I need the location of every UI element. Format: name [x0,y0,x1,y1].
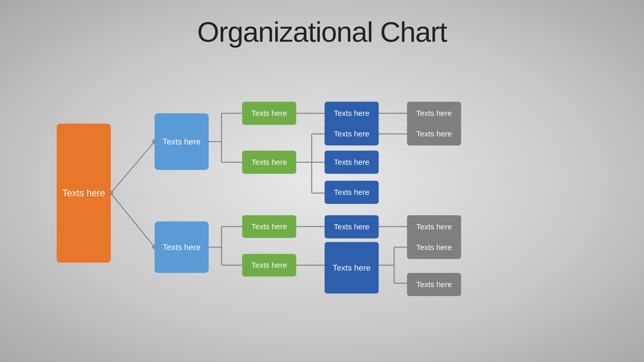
node-l2-top[interactable]: Texts here [155,113,209,170]
node-l3-2[interactable]: Texts here [242,151,296,174]
chart-area: Texts here Texts here Texts here Texts h… [41,62,618,347]
node-l4-4[interactable]: Texts here [325,181,379,204]
node-l5-5[interactable]: Texts here [407,215,461,238]
node-l5-1[interactable]: Texts here [407,102,461,125]
node-l4-3[interactable]: Texts here [325,151,379,174]
node-l5-2[interactable]: Texts here [407,122,461,145]
svg-line-0 [111,142,155,193]
node-l5-7[interactable]: Texts here [407,273,461,296]
node-l4-bot[interactable]: Texts here [325,242,379,294]
svg-line-1 [111,193,155,247]
node-root[interactable]: Texts here [57,124,111,263]
page-title: Organizational Chart [0,0,644,48]
node-l4-1[interactable]: Texts here [325,102,379,125]
node-l4-5[interactable]: Texts here [325,215,379,238]
node-l5-6[interactable]: Texts here [407,236,461,259]
node-l3-1[interactable]: Texts here [242,102,296,125]
node-l3-3[interactable]: Texts here [242,215,296,238]
node-l2-bot[interactable]: Texts here [155,221,209,273]
node-l4-2[interactable]: Texts here [325,122,379,145]
node-l3-4[interactable]: Texts here [242,254,296,277]
